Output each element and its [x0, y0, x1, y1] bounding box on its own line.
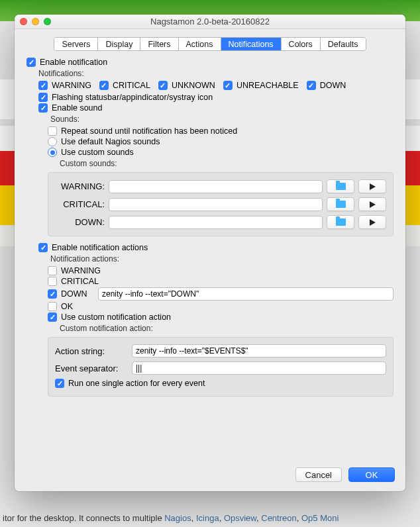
- play-icon: [370, 201, 376, 208]
- custom-sounds-radio[interactable]: [48, 148, 57, 157]
- custom-sounds-section-label: Custom sounds:: [60, 159, 394, 168]
- maximize-icon[interactable]: [44, 18, 51, 25]
- flag-down-checkbox[interactable]: [307, 81, 316, 90]
- run-single-checkbox[interactable]: [55, 379, 64, 388]
- sound-down-input[interactable]: [109, 216, 323, 229]
- flag-critical-label: CRITICAL: [113, 81, 150, 90]
- sound-warning-input[interactable]: [109, 180, 323, 193]
- act-critical-label: CRITICAL: [61, 277, 99, 286]
- custom-action-section-label: Custom notification action:: [60, 324, 394, 333]
- sound-warning-play-button[interactable]: [358, 179, 386, 193]
- folder-icon: [336, 201, 346, 208]
- sound-warning-browse-button[interactable]: [327, 179, 354, 193]
- custom-sounds-label: Use custom sounds: [61, 148, 134, 157]
- flag-unknown-label: UNKNOWN: [172, 81, 215, 90]
- sound-critical-browse-button[interactable]: [327, 197, 354, 211]
- run-single-label: Run one single action for every event: [68, 379, 205, 388]
- repeat-sound-checkbox[interactable]: [48, 126, 57, 136]
- notifications-section-label: Notifications:: [38, 69, 394, 78]
- enable-actions-label: Enable notification actions: [52, 243, 148, 252]
- tab-notifications[interactable]: Notifications: [221, 38, 282, 50]
- sound-critical-input[interactable]: [109, 198, 323, 211]
- act-critical-checkbox[interactable]: [48, 277, 57, 286]
- tab-filters[interactable]: Filters: [140, 38, 178, 50]
- sound-critical-label: CRITICAL:: [55, 199, 105, 209]
- sound-down-label: DOWN:: [55, 217, 105, 227]
- tab-actions[interactable]: Actions: [179, 38, 221, 50]
- folder-icon: [336, 218, 346, 226]
- enable-sound-checkbox[interactable]: [38, 103, 48, 113]
- tabbar: Servers Display Filters Actions Notifica…: [54, 37, 366, 51]
- flag-unreachable-label: UNREACHABLE: [236, 81, 299, 90]
- event-separator-label: Event separator:: [55, 363, 127, 373]
- ok-button[interactable]: OK: [348, 467, 395, 482]
- flag-unreachable-checkbox[interactable]: [223, 81, 233, 90]
- play-icon: [370, 183, 376, 190]
- bg-caption: itor for the desktop. It connects to mul…: [0, 513, 420, 523]
- action-string-input[interactable]: [132, 344, 386, 358]
- tab-servers[interactable]: Servers: [54, 38, 98, 50]
- enable-actions-checkbox[interactable]: [38, 243, 48, 252]
- flashing-checkbox[interactable]: [38, 93, 48, 102]
- act-down-label: DOWN: [61, 289, 94, 299]
- sound-down-play-button[interactable]: [358, 215, 386, 229]
- repeat-sound-label: Repeat sound until notification has been…: [61, 126, 237, 136]
- act-warning-label: WARNING: [61, 266, 101, 275]
- actions-section-label: Notification actions:: [50, 254, 394, 264]
- tab-defaults[interactable]: Defaults: [321, 38, 366, 50]
- minimize-icon[interactable]: [32, 18, 39, 25]
- flag-down-label: DOWN: [320, 81, 346, 90]
- flag-warning-label: WARNING: [52, 81, 91, 90]
- close-icon[interactable]: [20, 18, 27, 25]
- titlebar: Nagstamon 2.0-beta-20160822: [15, 15, 405, 29]
- tab-display[interactable]: Display: [98, 38, 140, 50]
- enable-notification-label: Enable notification: [40, 58, 107, 67]
- flag-unknown-checkbox[interactable]: [158, 81, 168, 90]
- enable-sound-label: Enable sound: [52, 103, 102, 113]
- flashing-label: Flashing statusbar/appindicator/systray …: [52, 93, 213, 102]
- act-warning-checkbox[interactable]: [48, 266, 57, 275]
- use-custom-action-checkbox[interactable]: [48, 312, 57, 322]
- enable-notification-checkbox[interactable]: [26, 58, 36, 67]
- sound-critical-play-button[interactable]: [358, 197, 386, 211]
- use-custom-action-label: Use custom notification action: [61, 312, 171, 322]
- flag-critical-checkbox[interactable]: [99, 81, 109, 90]
- act-ok-checkbox[interactable]: [48, 302, 57, 311]
- action-string-label: Action string:: [55, 346, 127, 356]
- act-ok-label: OK: [61, 302, 73, 311]
- default-sounds-label: Use default Nagios sounds: [61, 137, 160, 146]
- settings-window: Nagstamon 2.0-beta-20160822 Servers Disp…: [15, 15, 405, 491]
- default-sounds-radio[interactable]: [48, 137, 57, 146]
- event-separator-input[interactable]: [132, 361, 386, 375]
- sound-warning-label: WARNING:: [55, 181, 105, 191]
- play-icon: [370, 219, 376, 226]
- tab-colors[interactable]: Colors: [282, 38, 321, 50]
- act-down-command-input[interactable]: [98, 287, 394, 301]
- sounds-section-label: Sounds:: [50, 115, 394, 124]
- folder-icon: [336, 183, 346, 190]
- window-title: Nagstamon 2.0-beta-20160822: [150, 17, 270, 26]
- act-down-checkbox[interactable]: [48, 289, 57, 299]
- cancel-button[interactable]: Cancel: [295, 467, 342, 482]
- flag-warning-checkbox[interactable]: [38, 81, 48, 90]
- sound-down-browse-button[interactable]: [327, 215, 354, 229]
